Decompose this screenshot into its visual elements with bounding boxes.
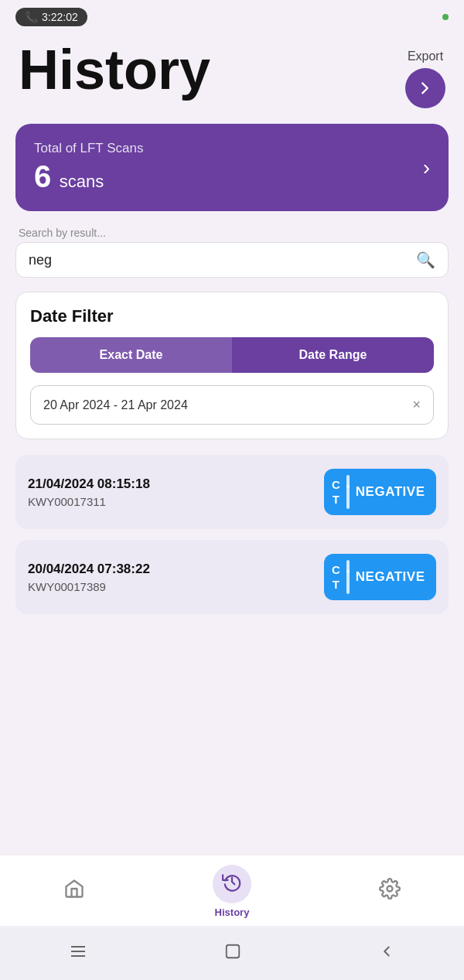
export-section: Export (405, 42, 445, 108)
date-range-clear-button[interactable]: × (412, 397, 421, 413)
search-icon: 🔍 (416, 251, 435, 269)
nav-home[interactable] (63, 878, 85, 905)
history-icon (222, 872, 242, 897)
system-home-button[interactable] (224, 943, 241, 965)
search-box: 🔍 (15, 242, 449, 278)
export-button[interactable] (405, 68, 445, 108)
history-nav-label: History (215, 907, 250, 918)
status-time: 📞 3:22:02 (15, 8, 87, 26)
status-bar: 📞 3:22:02 (0, 0, 464, 34)
stats-arrow-icon: › (423, 155, 430, 180)
stats-count: 6 (34, 159, 51, 193)
nav-settings[interactable] (379, 878, 401, 905)
result-id-2: KWY00017389 (28, 580, 150, 593)
exact-date-tab[interactable]: Exact Date (30, 337, 232, 373)
date-filter-card: Date Filter Exact Date Date Range 20 Apr… (15, 292, 449, 439)
result-datetime-2: 20/04/2024 07:38:22 (28, 562, 150, 577)
date-range-tab[interactable]: Date Range (232, 337, 434, 373)
result-info-2: 20/04/2024 07:38:22 KWY00017389 (28, 562, 150, 593)
stats-card[interactable]: Total of LFT Scans 6 scans › (15, 124, 449, 211)
result-list: 21/04/2024 08:15:18 KWY00017311 C T NEGA… (15, 455, 449, 614)
stats-unit: scans (60, 172, 104, 191)
main-content: Total of LFT Scans 6 scans › Search by r… (0, 124, 464, 614)
date-range-input[interactable]: 20 Apr 2024 - 21 Apr 2024 × (30, 385, 434, 425)
system-bar (0, 927, 464, 980)
stats-text: Total of LFT Scans 6 scans (34, 141, 143, 194)
stats-count-row: 6 scans (34, 159, 143, 194)
system-menu-button[interactable] (69, 942, 87, 965)
home-icon (63, 878, 85, 905)
result-item-2[interactable]: 20/04/2024 07:38:22 KWY00017389 C T NEGA… (15, 540, 449, 614)
svg-rect-4 (227, 945, 240, 958)
result-badge-1: C T NEGATIVE (324, 469, 436, 515)
result-info-1: 21/04/2024 08:15:18 KWY00017311 (28, 476, 150, 508)
history-icon-wrap (213, 865, 251, 903)
result-label-2: NEGATIVE (356, 569, 425, 585)
date-range-value: 20 Apr 2024 - 21 Apr 2024 (43, 398, 188, 412)
status-dot (442, 14, 449, 20)
ct-label-1: C T (332, 477, 340, 507)
svg-point-0 (387, 886, 392, 892)
search-hint: Search by result... (15, 227, 449, 239)
result-badge-2: C T NEGATIVE (324, 554, 436, 600)
bottom-nav: History (0, 855, 464, 926)
strip-visual-1 (346, 475, 350, 509)
phone-icon: 📞 (25, 11, 38, 23)
date-filter-title: Date Filter (30, 306, 434, 326)
chevron-right-icon (417, 80, 434, 97)
system-back-button[interactable] (378, 943, 395, 965)
ct-label-2: C T (332, 562, 340, 592)
settings-icon (379, 878, 401, 905)
search-section: Search by result... 🔍 (15, 227, 449, 278)
result-id-1: KWY00017311 (28, 495, 150, 508)
stats-label: Total of LFT Scans (34, 141, 143, 156)
result-datetime-1: 21/04/2024 08:15:18 (28, 476, 150, 492)
result-item-1[interactable]: 21/04/2024 08:15:18 KWY00017311 C T NEGA… (15, 455, 449, 529)
export-label: Export (408, 50, 443, 63)
date-filter-tabs: Exact Date Date Range (30, 337, 434, 373)
strip-visual-2 (346, 560, 350, 594)
page-title: History (19, 42, 210, 97)
result-label-1: NEGATIVE (356, 484, 425, 500)
header: History Export (0, 34, 464, 124)
nav-history[interactable]: History (213, 865, 251, 918)
search-input[interactable] (29, 252, 410, 268)
